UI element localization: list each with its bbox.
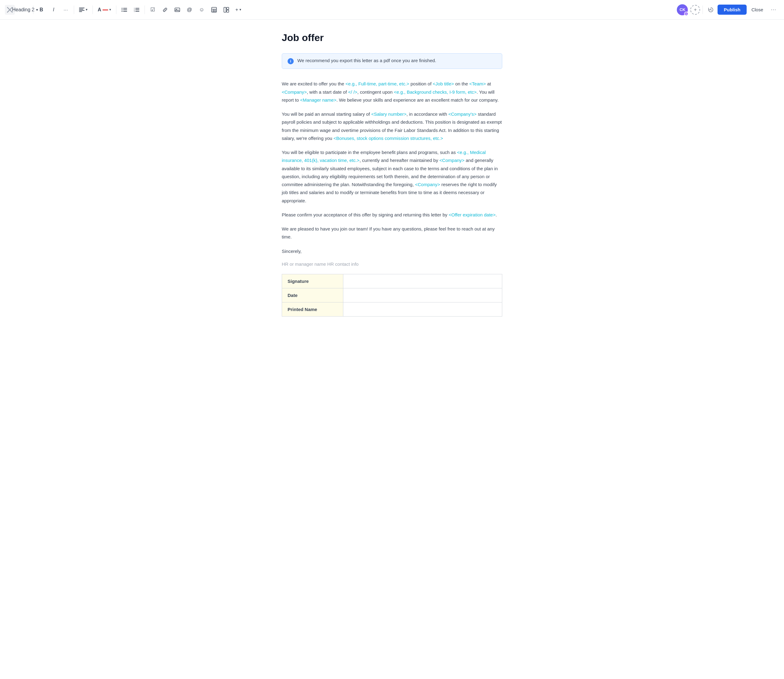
p1-placeholder-1[interactable]: <e.g., Full-time, part-time, etc.> (345, 81, 409, 86)
svg-rect-19 (212, 7, 216, 12)
date-value[interactable] (343, 288, 502, 302)
signature-table-body: Signature Date Printed Name (282, 274, 502, 316)
numbered-list-button[interactable]: 1.2.3. (131, 4, 142, 15)
p3-text-1: You will be eligible to participate in t… (282, 150, 457, 155)
printed-name-label: Printed Name (282, 302, 343, 316)
italic-button[interactable]: I (48, 4, 59, 15)
history-button[interactable] (705, 4, 716, 15)
layout-button[interactable] (221, 4, 232, 15)
printed-name-value[interactable] (343, 302, 502, 316)
publish-button[interactable]: Publish (718, 5, 746, 15)
p1-placeholder-2[interactable]: <Job title> (433, 81, 454, 86)
signature-name-placeholder[interactable]: HR or manager name HR contact info (282, 261, 502, 267)
signature-label: Signature (282, 274, 343, 288)
p1-text-6: , contingent upon (358, 89, 394, 95)
p1-text-2: position of (409, 81, 433, 86)
info-box: i We recommend you export this letter as… (282, 53, 502, 69)
signature-table: Signature Date Printed Name (282, 274, 502, 316)
p4-text-1: Please confirm your acceptance of this o… (282, 212, 448, 217)
p1-text-8: . We believe your skills and experience … (336, 97, 499, 103)
more-format-button[interactable]: ··· (60, 4, 71, 15)
p1-text-3: on the (454, 81, 469, 86)
svg-rect-8 (123, 9, 127, 10)
p1-text-5: , with a start date of (307, 89, 348, 95)
document-content: Job offer i We recommend you export this… (276, 20, 508, 341)
p1-placeholder-3[interactable]: <Team> (469, 81, 486, 86)
svg-rect-14 (135, 9, 140, 10)
signature-value[interactable] (343, 274, 502, 288)
p4-placeholder-1[interactable]: <Offer expiration date> (448, 212, 495, 217)
table-button[interactable] (209, 4, 220, 15)
svg-rect-1 (79, 8, 85, 8)
document-title[interactable]: Job offer (282, 32, 502, 44)
p2-text-2: , in accordance with (406, 111, 448, 117)
close-button[interactable]: Close (748, 5, 767, 15)
p1-placeholder-4[interactable]: <Company> (282, 89, 307, 95)
p1-text-1: We are excited to offer you the (282, 81, 345, 86)
paragraph-1[interactable]: We are excited to offer you the <e.g., F… (282, 80, 502, 104)
link-button[interactable] (160, 4, 171, 15)
p1-placeholder-6[interactable]: <e.g., Background checks, I-9 form, etc> (394, 89, 477, 95)
info-icon: i (288, 58, 294, 64)
p3-placeholder-2[interactable]: <Company> (439, 158, 464, 163)
svg-point-5 (122, 8, 122, 9)
svg-rect-6 (123, 8, 127, 9)
paragraph-3[interactable]: You will be eligible to participate in t… (282, 149, 502, 205)
divider-4 (116, 6, 116, 14)
p2-placeholder-2[interactable]: <Company's> (448, 111, 477, 117)
insert-button[interactable]: + ▾ (233, 4, 244, 15)
p3-text-2: , currently and hereafter maintained by (359, 158, 439, 163)
paragraph-5[interactable]: We are pleased to have you join our team… (282, 225, 502, 241)
bold-button[interactable]: B (36, 4, 47, 15)
svg-rect-3 (79, 10, 85, 11)
table-row: Date (282, 288, 502, 302)
svg-point-7 (122, 9, 122, 10)
p4-text-2: . (495, 212, 497, 217)
more-options-button[interactable]: ··· (768, 4, 779, 15)
divider-3 (93, 6, 93, 14)
bullet-list-button[interactable] (119, 4, 130, 15)
divider-5 (144, 6, 145, 14)
table-row: Signature (282, 274, 502, 288)
p1-text-4: at (486, 81, 491, 86)
divider-1 (33, 6, 33, 14)
svg-rect-12 (135, 8, 140, 9)
svg-point-9 (122, 11, 122, 12)
p2-placeholder-3[interactable]: <Bonuses, stock options commission struc… (334, 136, 443, 141)
svg-rect-25 (227, 7, 229, 9)
svg-rect-2 (79, 9, 83, 9)
p3-placeholder-3[interactable]: <Company> (415, 182, 440, 187)
mention-button[interactable]: @ (184, 4, 195, 15)
paragraph-2[interactable]: You will be paid an annual starting sala… (282, 110, 502, 142)
heading-label: Heading 2 (12, 7, 34, 13)
toolbar: Heading 2 ▾ B I ··· ▾ A ▾ 1.2.3. ☑ @ ☺ (0, 0, 784, 20)
paragraph-sincerely[interactable]: Sincerely, (282, 247, 502, 255)
svg-rect-16 (135, 11, 140, 12)
add-collaborator-button[interactable]: + (690, 5, 700, 15)
svg-rect-4 (79, 11, 82, 12)
p1-placeholder-5[interactable]: </ /> (348, 89, 358, 95)
align-button[interactable]: ▾ (77, 4, 90, 15)
collaborators: CK C + (677, 4, 700, 15)
date-label: Date (282, 288, 343, 302)
checklist-button[interactable]: ☑ (147, 4, 158, 15)
emoji-button[interactable]: ☺ (196, 4, 207, 15)
svg-text:3.: 3. (134, 10, 135, 12)
avatar-initials: CK (680, 7, 685, 12)
image-button[interactable] (172, 4, 183, 15)
svg-rect-10 (123, 11, 127, 12)
table-row: Printed Name (282, 302, 502, 316)
color-chevron: ▾ (109, 8, 111, 12)
font-color-button[interactable]: A ▾ (95, 4, 114, 15)
p2-text-1: You will be paid an annual starting sala… (282, 111, 371, 117)
avatar[interactable]: CK C (677, 4, 688, 15)
heading-selector[interactable]: Heading 2 ▾ (20, 4, 31, 15)
avatar-badge: C (684, 12, 688, 16)
paragraph-4[interactable]: Please confirm your acceptance of this o… (282, 211, 502, 219)
divider-6 (702, 6, 703, 14)
info-message: We recommend you export this letter as a… (297, 58, 436, 63)
p2-placeholder-1[interactable]: <Salary number> (371, 111, 406, 117)
p1-placeholder-7[interactable]: <Manager name> (300, 97, 336, 103)
svg-rect-24 (224, 7, 226, 12)
svg-rect-26 (227, 10, 229, 12)
